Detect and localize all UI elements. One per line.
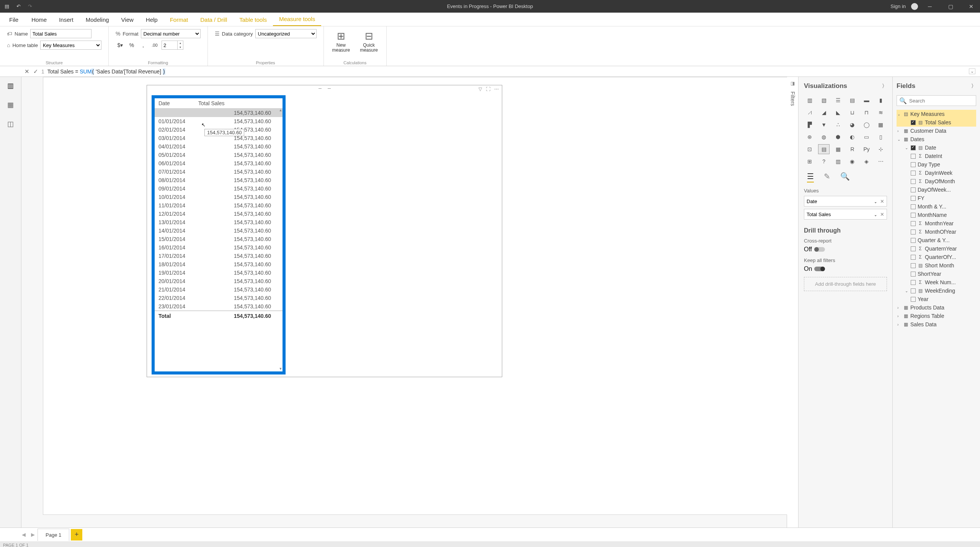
- checkbox[interactable]: [911, 288, 916, 293]
- checkbox[interactable]: [911, 187, 916, 192]
- checkbox[interactable]: [911, 120, 916, 125]
- table-row[interactable]: 11/01/2014154,573,140.60: [155, 201, 283, 210]
- table-row[interactable]: 15/01/2014154,573,140.60: [155, 235, 283, 243]
- map-icon[interactable]: ⊛: [804, 132, 815, 142]
- table-row[interactable]: 09/01/2014154,573,140.60: [155, 184, 283, 193]
- table-row[interactable]: 17/01/2014154,573,140.60: [155, 252, 283, 260]
- powerapps-icon[interactable]: ◈: [861, 156, 872, 166]
- checkbox[interactable]: [911, 196, 916, 201]
- insert-tab[interactable]: Insert: [53, 13, 80, 26]
- table-row[interactable]: 05/01/2014154,573,140.60: [155, 151, 283, 159]
- field-fy[interactable]: FY: [897, 194, 976, 202]
- field-weeknum[interactable]: ΣWeek Num...: [897, 278, 976, 287]
- decimals-spinner[interactable]: ▲▼: [162, 41, 183, 50]
- field-monthnyear[interactable]: ΣMonthnYear: [897, 219, 976, 228]
- col-total-sales[interactable]: Total Sales: [194, 98, 283, 108]
- report-view-icon[interactable]: ▥: [7, 81, 15, 90]
- table-row[interactable]: 19/01/2014154,573,140.60: [155, 269, 283, 277]
- fields-search[interactable]: 🔍: [897, 95, 976, 106]
- area-chart-icon[interactable]: ◢: [818, 107, 830, 117]
- stacked-area-icon[interactable]: ◣: [832, 107, 844, 117]
- checkbox[interactable]: [911, 213, 916, 218]
- collapse-viz-icon[interactable]: 〉: [882, 83, 887, 90]
- line-clustered-icon[interactable]: ⊓: [861, 107, 872, 117]
- filter-icon[interactable]: ▽: [479, 86, 482, 92]
- filled-map-icon[interactable]: ◍: [818, 132, 830, 142]
- data-drill-tab[interactable]: Data / Drill: [194, 13, 233, 26]
- table-row[interactable]: 14/01/2014154,573,140.60: [155, 226, 283, 235]
- canvas-area[interactable]: ▽ ⛶ ⋯ Date Total Sales: [21, 77, 787, 527]
- checkbox[interactable]: [911, 154, 916, 159]
- table-row[interactable]: 18/01/2014154,573,140.60: [155, 260, 283, 269]
- r-visual-icon[interactable]: R: [846, 144, 858, 154]
- checkbox[interactable]: [911, 255, 916, 260]
- table-row[interactable]: 21/01/2014154,573,140.60: [155, 285, 283, 294]
- quick-measure-button[interactable]: ⊟ Quick measure: [358, 29, 379, 54]
- table-row[interactable]: 10/01/2014154,573,140.60: [155, 193, 283, 201]
- table-viz-icon[interactable]: ▤: [818, 144, 830, 154]
- qna-icon[interactable]: ?: [818, 156, 830, 166]
- keep-all-filters-toggle[interactable]: On: [804, 265, 887, 272]
- more-options-icon[interactable]: ⋯: [494, 86, 499, 92]
- model-view-icon[interactable]: ◫: [7, 120, 15, 128]
- view-tab[interactable]: View: [115, 13, 140, 26]
- checkbox[interactable]: [911, 263, 916, 268]
- expand-formula-icon[interactable]: ⌄: [969, 68, 975, 74]
- checkbox[interactable]: [911, 246, 916, 251]
- table-dates[interactable]: ⌄▦Dates: [897, 135, 976, 143]
- table-key-measures[interactable]: ⌄▤Key Measures: [897, 110, 976, 118]
- table-row[interactable]: 20/01/2014154,573,140.60: [155, 277, 283, 285]
- field-total-sales[interactable]: ▤Total Sales: [897, 118, 976, 127]
- field-dateint[interactable]: ΣDateInt: [897, 152, 976, 160]
- scatter-icon[interactable]: ∴: [832, 120, 844, 130]
- py-visual-icon[interactable]: Py: [861, 144, 872, 154]
- add-page-button[interactable]: +: [71, 529, 82, 540]
- table-scrollbar[interactable]: ▲ ▼: [279, 108, 283, 371]
- analytics-tab-icon[interactable]: 🔍: [840, 172, 850, 182]
- table-row[interactable]: 23/01/2014154,573,140.60: [155, 302, 283, 311]
- home-table-select[interactable]: Key Measures: [40, 41, 101, 50]
- get-more-icon[interactable]: ⋯: [875, 156, 887, 166]
- avatar-icon[interactable]: [911, 3, 918, 10]
- drillthrough-dropzone[interactable]: Add drill-through fields here: [804, 277, 887, 291]
- checkbox[interactable]: [911, 171, 916, 176]
- table-row[interactable]: 01/01/2014154,573,140.60: [155, 117, 283, 125]
- undo-icon[interactable]: ↶: [15, 3, 21, 10]
- shape-map-icon[interactable]: ⬢: [832, 132, 844, 142]
- matrix-icon[interactable]: ▦: [832, 144, 844, 154]
- field-year[interactable]: Year: [897, 295, 976, 303]
- checkbox[interactable]: [911, 230, 916, 234]
- waterfall-icon[interactable]: ▛: [804, 120, 815, 130]
- checkbox[interactable]: [911, 204, 916, 209]
- donut-icon[interactable]: ◯: [861, 120, 872, 130]
- minimize-button[interactable]: ─: [921, 0, 939, 13]
- value-field-total-sales[interactable]: Total Sales ⌄✕: [804, 209, 887, 220]
- format-select[interactable]: Decimal number: [141, 29, 201, 38]
- format-tab[interactable]: Format: [164, 13, 194, 26]
- maximize-button[interactable]: ▢: [942, 0, 959, 13]
- table-row[interactable]: 06/01/2014154,573,140.60: [155, 159, 283, 168]
- funnel-icon[interactable]: ▼: [818, 120, 830, 130]
- table-row[interactable]: 13/01/2014154,573,140.60: [155, 218, 283, 226]
- field-monthy[interactable]: Month & Y...: [897, 202, 976, 211]
- table-visual[interactable]: ▽ ⛶ ⋯ Date Total Sales: [147, 85, 502, 377]
- modeling-tab[interactable]: Modeling: [80, 13, 115, 26]
- name-input[interactable]: [30, 29, 91, 38]
- checkbox[interactable]: [911, 179, 916, 184]
- fields-tab-icon[interactable]: ☰: [807, 172, 814, 182]
- checkbox[interactable]: [911, 297, 916, 302]
- 100-column-icon[interactable]: ▮: [875, 95, 887, 105]
- kpi-icon[interactable]: ⊡: [804, 144, 815, 154]
- decimal-button[interactable]: .00: [150, 41, 159, 50]
- cross-report-toggle[interactable]: Off: [804, 246, 887, 253]
- clustered-column-icon[interactable]: ▤: [846, 95, 858, 105]
- table-row[interactable]: 154,573,140.60: [155, 109, 283, 117]
- signin-link[interactable]: Sign in: [890, 3, 906, 9]
- field-quarterofy[interactable]: ΣQuarterOfY...: [897, 253, 976, 261]
- filters-pane-collapsed[interactable]: ◨ Filters: [787, 77, 799, 527]
- cancel-formula-icon[interactable]: ✕: [24, 68, 29, 75]
- ribbon-chart-icon[interactable]: ≋: [875, 107, 887, 117]
- next-page-icon[interactable]: ▶: [28, 532, 38, 537]
- percent-button[interactable]: %: [127, 41, 136, 50]
- line-column-icon[interactable]: ⊔: [846, 107, 858, 117]
